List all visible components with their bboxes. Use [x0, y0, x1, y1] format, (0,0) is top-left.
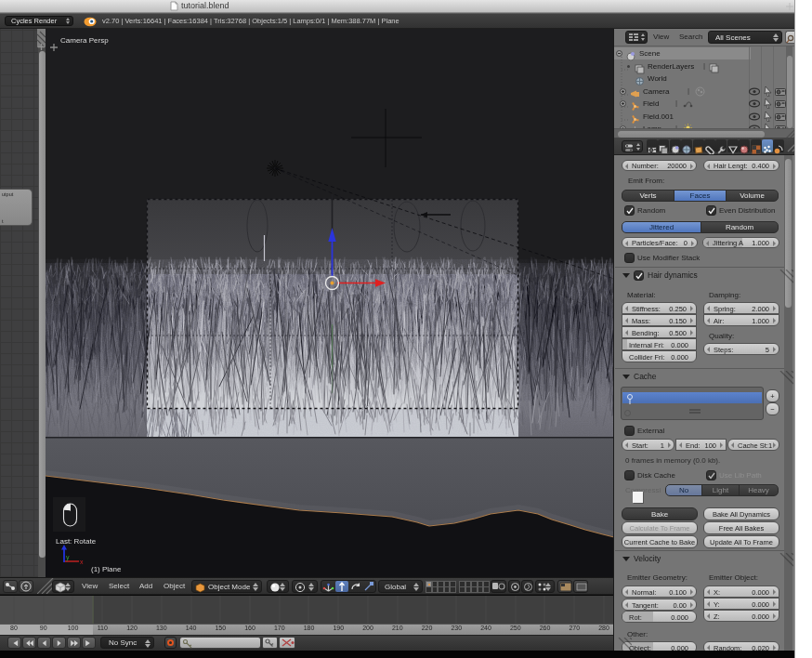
svg-text:Camera Persp: Camera Persp — [60, 36, 109, 45]
svg-text:x: x — [80, 559, 84, 565]
svg-text:(1) Plane: (1) Plane — [91, 565, 122, 573]
svg-text:Last: Rotate: Last: Rotate — [56, 537, 97, 546]
svg-text:y: y — [66, 554, 70, 561]
